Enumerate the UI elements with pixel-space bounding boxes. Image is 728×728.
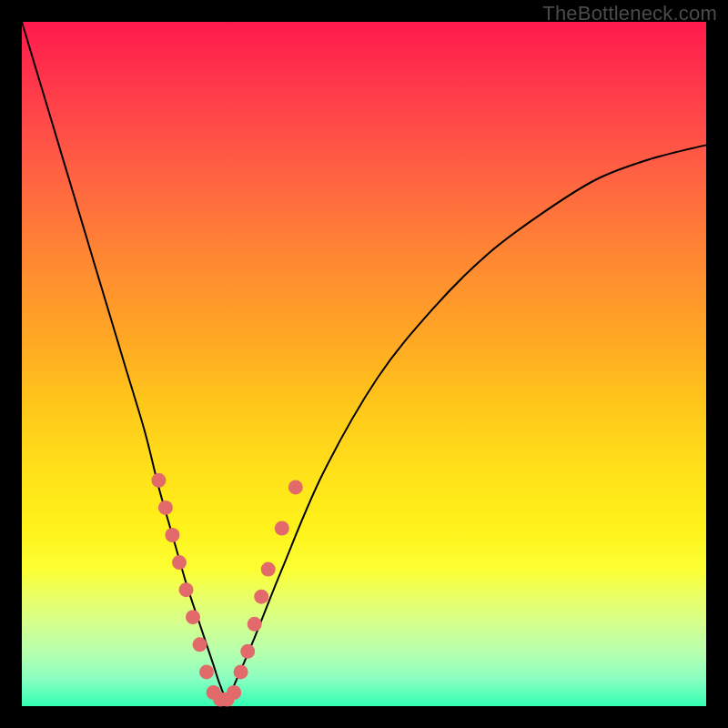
curve-marker: [254, 590, 268, 604]
curve-marker: [227, 685, 241, 700]
curve-marker: [248, 617, 262, 632]
curve-marker: [165, 528, 179, 542]
curve-marker: [193, 637, 207, 652]
curve-marker: [261, 562, 276, 577]
curve-svg: [22, 22, 706, 706]
chart-frame: TheBottleneck.com: [0, 0, 728, 728]
curve-marker: [172, 555, 187, 570]
bottleneck-curve: [22, 22, 706, 700]
curve-marker: [186, 610, 200, 624]
curve-marker: [158, 500, 173, 515]
plot-area: [22, 22, 706, 706]
curve-marker: [288, 480, 303, 494]
curve-marker: [179, 582, 194, 597]
curve-marker: [151, 473, 166, 488]
curve-marker: [234, 664, 248, 679]
curve-marker: [199, 664, 214, 679]
curve-marker: [240, 644, 255, 659]
marker-group: [151, 473, 302, 707]
curve-marker: [275, 521, 289, 536]
